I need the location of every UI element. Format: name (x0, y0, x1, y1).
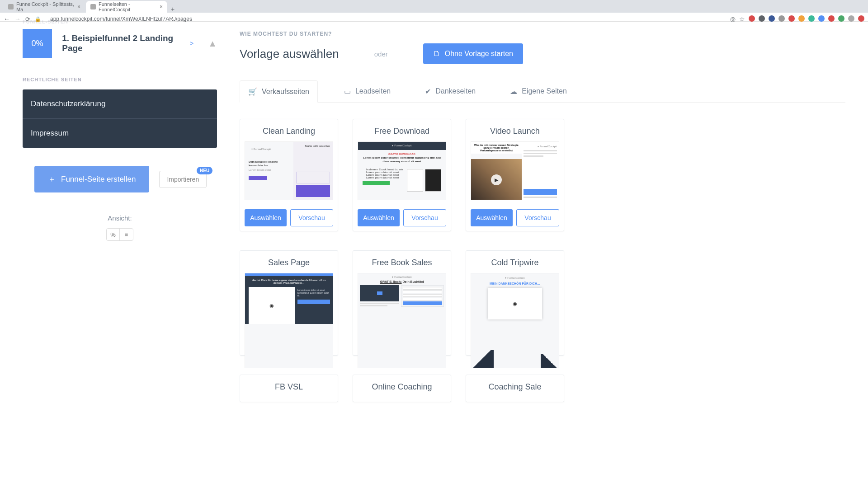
template-title: Sales Page (245, 258, 333, 267)
view-toggle: % ≡ (106, 228, 133, 241)
tab-own-pages[interactable]: ☁ Eigene Seiten (502, 80, 575, 102)
template-title: Online Coaching (358, 382, 446, 392)
extension-icon[interactable] (808, 15, 815, 22)
template-title: Free Book Sales (358, 258, 446, 267)
template-preview: Hier ist Platz für deine eigene atembera… (245, 273, 333, 368)
template-card-cold-tripwire: Cold Tripwire ▾ FunnelCockpit MEIN DANKE… (466, 250, 564, 356)
extension-icon[interactable] (848, 15, 854, 22)
tab-label: Eigene Seiten (522, 87, 567, 95)
chart-icon (377, 291, 382, 295)
template-card-free-book: Free Book Sales ▾ FunnelCockpit GRATIS-B… (353, 250, 451, 356)
new-badge: NEU (197, 167, 212, 174)
template-preview: ▾ FunnelCockpit Dein Beispiel Headline k… (245, 141, 333, 200)
progress-percent: 0% (23, 29, 52, 58)
or-divider: oder (374, 50, 388, 58)
favicon-icon (90, 4, 96, 9)
extension-icon[interactable] (798, 15, 805, 22)
extension-icon[interactable] (749, 15, 755, 22)
extension-icon[interactable] (759, 15, 765, 22)
check-circle-icon: ✔ (425, 87, 431, 96)
favicon-icon (8, 4, 14, 9)
extension-icon[interactable] (769, 15, 775, 22)
start-label: WIE MÖCHTEST DU STARTEN? (240, 31, 845, 37)
template-card-free-download: Free Download ▾ FunnelCockpit GRATIS DOW… (353, 119, 451, 231)
extension-icon[interactable] (838, 15, 844, 22)
select-button[interactable]: Auswählen (471, 209, 513, 226)
file-icon: 🗋 (433, 50, 440, 58)
plus-icon: ＋ (48, 174, 56, 184)
template-title: FB VSL (245, 382, 333, 392)
template-preview: ▾ FunnelCockpit GRATIS-Buch: GRATIS-Buch… (358, 273, 446, 368)
browser-tab-1[interactable]: FunnelCockpit - Splittests, Ma × (4, 1, 85, 13)
tab-close-icon[interactable]: × (160, 4, 163, 10)
template-card-video-launch: Video Launch Wie du mit meiner neuen Str… (466, 119, 564, 231)
view-percent-button[interactable]: % (107, 229, 120, 240)
play-icon: ◉ (509, 298, 520, 309)
legal-pages-label: RECHTLICHE SEITEN (23, 77, 217, 82)
template-preview: ▾ FunnelCockpit GRATIS DOWNLOAD Lorem ip… (358, 141, 446, 200)
template-card-clean-landing: Clean Landing ▾ FunnelCockpit Dein Beisp… (240, 119, 338, 231)
id-card-icon: ▭ (344, 87, 351, 96)
browser-tab-2[interactable]: Funnelseiten - FunnelCockpit × (86, 1, 167, 13)
import-button[interactable]: Importieren NEU (159, 171, 207, 188)
play-icon: ▶ (491, 174, 502, 185)
tab-label: Verkaufsseiten (262, 88, 309, 96)
tab-title: Funnelseiten - FunnelCockpit (99, 1, 157, 12)
play-icon: ◉ (266, 300, 277, 311)
cloud-icon: ☁ (510, 87, 517, 96)
head-row: Vorlage auswählen oder 🗋 Ohne Vorlage st… (240, 43, 845, 64)
tab-label: Dankeseiten (435, 87, 476, 95)
preview-button[interactable]: Vorschau (516, 209, 559, 226)
extension-icon[interactable] (828, 15, 835, 22)
legal-item-imprint[interactable]: Impressum (23, 119, 217, 148)
templates-grid: Clean Landing ▾ FunnelCockpit Dein Beisp… (240, 119, 845, 402)
browser-tabs: FunnelCockpit - Splittests, Ma × Funnels… (0, 0, 868, 13)
preview-logo: ▾ FunnelCockpit (249, 145, 290, 152)
template-tabs: 🛒 Verkaufsseiten ▭ Leadseiten ✔ Dankesei… (240, 80, 845, 103)
cart-icon: 🛒 (248, 87, 257, 96)
browser-chrome: FunnelCockpit - Splittests, Ma × Funnels… (0, 0, 868, 22)
view-list-button[interactable]: ≡ (120, 229, 133, 240)
select-button[interactable]: Auswählen (245, 209, 287, 226)
template-title: Coaching Sale (471, 382, 559, 392)
extension-icon[interactable] (788, 15, 795, 22)
page-title: Vorlage auswählen (240, 47, 339, 61)
extension-icon[interactable] (778, 15, 785, 22)
new-tab-button[interactable]: + (168, 5, 177, 13)
funnel-step[interactable]: 0% 1. Beispielfunnel 2 Landing Page > ▲ (23, 29, 217, 58)
create-button-label: Funnel-Seite erstellen (61, 175, 136, 184)
step-title: 1. Beispielfunnel 2 Landing Page (62, 33, 184, 53)
template-preview: ▾ FunnelCockpit MEIN DANKESCHÖN FÜR DICH… (471, 273, 559, 368)
warning-icon: ▲ (208, 38, 217, 49)
tab-close-icon[interactable]: × (77, 4, 80, 10)
tab-thank-pages[interactable]: ✔ Dankeseiten (417, 80, 484, 102)
preview-button[interactable]: Vorschau (290, 209, 333, 226)
extension-icon[interactable] (818, 15, 825, 22)
start-blank-button[interactable]: 🗋 Ohne Vorlage starten (423, 43, 523, 64)
create-row: ＋ Funnel-Seite erstellen Importieren NEU (23, 166, 217, 192)
main-content: WIE MÖCHTEST DU STARTEN? Vorlage auswähl… (240, 22, 868, 488)
extension-icon[interactable] (858, 15, 864, 22)
preview-button[interactable]: Vorschau (403, 209, 446, 226)
forward-icon[interactable]: → (14, 15, 21, 23)
template-card-coaching-sale: Coaching Sale (466, 375, 564, 402)
tab-label: Leadseiten (355, 87, 391, 95)
template-title: Free Download (358, 127, 446, 136)
template-card-sales-page: Sales Page Hier ist Platz für deine eige… (240, 250, 338, 356)
tab-lead-pages[interactable]: ▭ Leadseiten (336, 80, 399, 102)
sidebar: FUNNEL-SEITEN 0% 1. Beispielfunnel 2 Lan… (0, 22, 240, 488)
import-button-label: Importieren (167, 176, 199, 183)
tab-sales-pages[interactable]: 🛒 Verkaufsseiten (240, 80, 318, 103)
template-title: Clean Landing (245, 127, 333, 136)
create-funnel-page-button[interactable]: ＋ Funnel-Seite erstellen (34, 166, 149, 192)
template-title: Cold Tripwire (471, 258, 559, 267)
legal-pages-list: Datenschutzerklärung Impressum (23, 89, 217, 148)
template-preview: Wie du mit meiner neuen Strategie ganz e… (471, 141, 559, 200)
funnel-pages-label: FUNNEL-SEITEN (23, 19, 217, 24)
tab-title: FunnelCockpit - Splittests, Ma (16, 1, 75, 12)
start-blank-label: Ohne Vorlage starten (445, 50, 513, 58)
legal-item-privacy[interactable]: Datenschutzerklärung (23, 89, 217, 119)
template-card-online-coaching: Online Coaching (353, 375, 451, 402)
select-button[interactable]: Auswählen (358, 209, 400, 226)
template-card-fb-vsl: FB VSL (240, 375, 338, 402)
